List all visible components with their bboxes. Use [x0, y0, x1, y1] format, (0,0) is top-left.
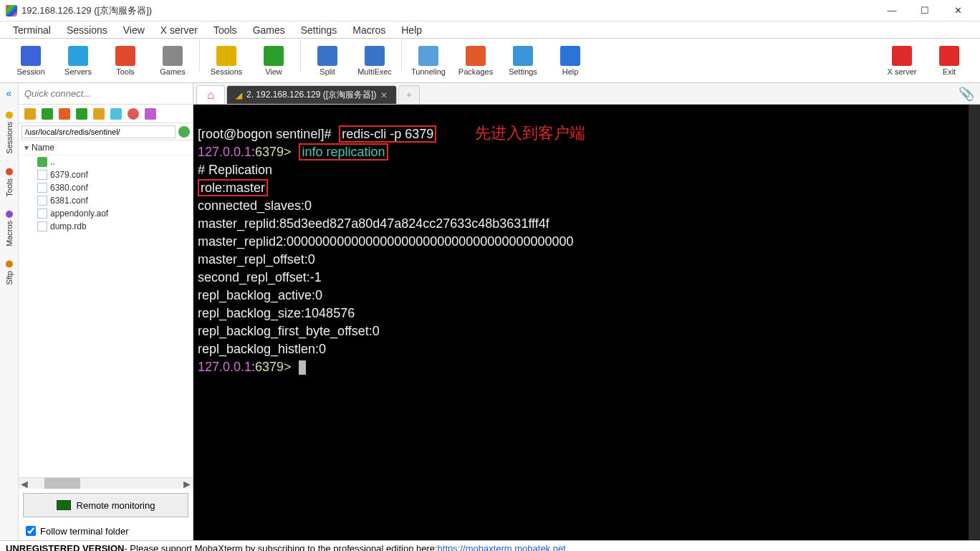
path-input[interactable]	[21, 125, 176, 138]
home-tab[interactable]: ⌂	[196, 85, 225, 104]
tools-dot-icon	[6, 168, 13, 176]
sftp-refresh-icon[interactable]	[59, 108, 70, 120]
left-tab-sessions[interactable]: Sessions	[4, 105, 15, 161]
statusbar: UNREGISTERED VERSION - Please support Mo…	[0, 540, 980, 551]
sidebar-hscroll[interactable]: ◄ ►	[19, 477, 193, 489]
close-button[interactable]: ✕	[941, 0, 974, 21]
term-port: :6379>	[251, 145, 292, 159]
follow-terminal-label: Follow terminal folder	[40, 526, 129, 537]
term-line: repl_backlog_histlen:0	[198, 342, 326, 356]
menu-sessions[interactable]: Sessions	[59, 23, 115, 37]
left-tab-macros[interactable]: Macros	[4, 203, 15, 254]
sftp-newfolder-icon[interactable]	[93, 108, 105, 120]
view-icon	[264, 46, 284, 66]
session-tab-label: 2. 192.168.126.129 ([京淘服务器])	[246, 89, 376, 101]
left-tab-sftp[interactable]: Sftp	[4, 254, 15, 292]
tool-label: View	[265, 67, 282, 76]
tool-exit[interactable]: Exit	[926, 39, 973, 82]
tree-header-label: Name	[32, 143, 54, 153]
tool-tools[interactable]: Tools	[102, 39, 149, 82]
menu-terminal[interactable]: Terminal	[6, 23, 58, 37]
tool-sessions[interactable]: Sessions	[203, 39, 250, 82]
tool-help[interactable]: Help	[547, 39, 594, 82]
new-tab-button[interactable]: ＋	[398, 85, 420, 104]
file-row[interactable]: dump.rdb	[19, 220, 193, 233]
menu-macros[interactable]: Macros	[345, 23, 393, 37]
term-line: master_repl_offset:0	[198, 252, 315, 267]
menu-help[interactable]: Help	[394, 23, 429, 37]
file-row[interactable]: 6381.conf	[19, 194, 193, 207]
file-row[interactable]: 6379.conf	[19, 168, 193, 181]
file-row[interactable]: 6380.conf	[19, 181, 193, 194]
tool-label: Tools	[116, 67, 135, 76]
menu-settings[interactable]: Settings	[294, 23, 345, 37]
tool-label: Games	[160, 67, 185, 76]
tool-packages[interactable]: Packages	[452, 39, 499, 82]
tool-split[interactable]: Split	[304, 39, 351, 82]
left-tab-label: Sftp	[5, 271, 14, 285]
sftp-delete-icon[interactable]	[128, 108, 139, 120]
paperclip-icon[interactable]: 📎	[959, 86, 974, 102]
tree-parent-row[interactable]: ..	[19, 155, 193, 168]
file-icon	[37, 209, 47, 219]
quick-connect	[19, 83, 193, 105]
terminal-cursor	[299, 360, 306, 375]
file-row[interactable]: appendonly.aof	[19, 207, 193, 220]
quick-connect-input[interactable]	[24, 88, 187, 99]
maximize-button[interactable]: ☐	[908, 0, 941, 21]
left-tab-label: Sessions	[5, 122, 14, 154]
tool-label: Sessions	[211, 67, 243, 76]
collapse-sidebar-icon[interactable]: «	[6, 87, 12, 99]
settings-icon	[513, 46, 533, 66]
tool-multiexec[interactable]: MultiExec	[351, 39, 398, 82]
multiexec-icon	[365, 46, 385, 66]
sftp-parent-icon[interactable]	[76, 108, 87, 120]
tool-label: Settings	[509, 67, 537, 76]
app-logo-icon	[6, 5, 17, 16]
term-annotation: 先进入到客户端	[475, 124, 585, 142]
tool-x-server[interactable]: X server	[878, 39, 926, 82]
main-area: « SessionsToolsMacrosSftp ▾ Name	[0, 83, 980, 540]
menu-tools[interactable]: Tools	[206, 23, 244, 37]
tool-servers[interactable]: Servers	[54, 39, 102, 82]
remote-monitoring-button[interactable]: Remote monitoring	[23, 493, 188, 517]
content-area: ⌂ ◢ 2. 192.168.126.129 ([京淘服务器]) ✕ ＋ 📎 […	[193, 83, 980, 540]
file-icon	[37, 221, 47, 231]
servers-icon	[68, 46, 88, 66]
left-tab-tools[interactable]: Tools	[4, 161, 15, 204]
minimize-button[interactable]: —	[875, 0, 908, 21]
session-tab-active[interactable]: ◢ 2. 192.168.126.129 ([京淘服务器]) ✕	[226, 85, 397, 104]
menu-games[interactable]: Games	[246, 23, 292, 37]
sftp-bookmark-icon[interactable]	[145, 108, 156, 120]
tool-view[interactable]: View	[250, 39, 297, 82]
tree-header[interactable]: ▾ Name	[19, 140, 193, 155]
tool-label: Servers	[64, 67, 92, 76]
folder-up-icon	[37, 157, 47, 167]
titlebar: 192.168.126.129 ([京淘服务器]) — ☐ ✕	[0, 0, 980, 21]
sftp-upload-icon[interactable]	[24, 108, 36, 120]
sftp-download-icon[interactable]	[42, 108, 53, 120]
tool-label: MultiExec	[357, 67, 392, 76]
file-label: dump.rdb	[50, 221, 87, 231]
tool-tunneling[interactable]: Tunneling	[405, 39, 452, 82]
tab-close-icon[interactable]: ✕	[380, 90, 388, 100]
status-msg: - Please support MobaXterm by subscribin…	[124, 543, 437, 551]
term-line: repl_backlog_size:1048576	[198, 306, 355, 320]
tool-games[interactable]: Games	[149, 39, 196, 82]
menu-view[interactable]: View	[116, 23, 152, 37]
menu-x-server[interactable]: X server	[153, 23, 205, 37]
tool-label: X server	[888, 67, 917, 76]
tree-parent-label: ..	[50, 157, 55, 167]
sftp-newfile-icon[interactable]	[110, 108, 122, 120]
sftp-toolbar	[19, 105, 193, 123]
terminal[interactable]: [root@bogon sentinel]# redis-cli -p 6379…	[193, 105, 980, 540]
terminal-vscroll[interactable]	[969, 105, 980, 540]
tool-session[interactable]: Session	[7, 39, 54, 82]
follow-terminal-checkbox[interactable]	[26, 526, 36, 536]
status-link[interactable]: https://mobaxterm.mobatek.net	[438, 543, 566, 551]
tool-settings[interactable]: Settings	[499, 39, 547, 82]
tool-label: Tunneling	[411, 67, 446, 76]
left-tab-label: Tools	[5, 178, 14, 197]
window-controls: — ☐ ✕	[875, 0, 974, 21]
terminal-icon: ◢	[236, 90, 242, 100]
